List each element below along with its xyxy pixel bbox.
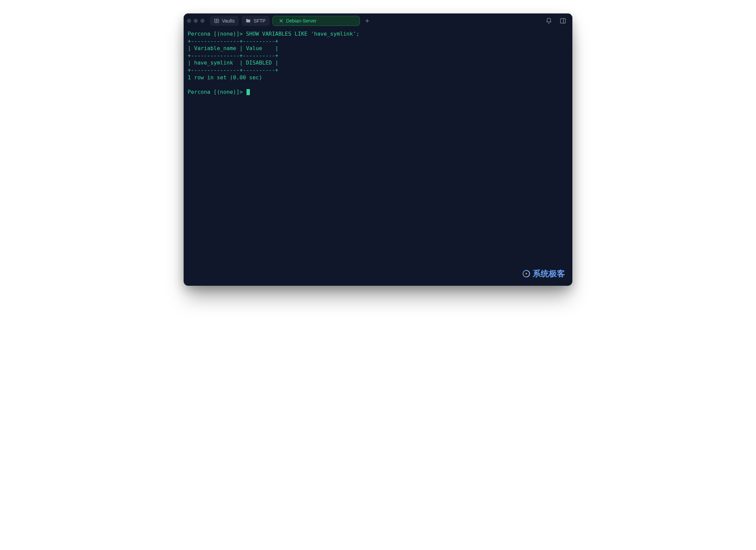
vault-icon bbox=[214, 18, 219, 24]
tab-sftp[interactable]: SFTP bbox=[241, 16, 270, 26]
maximize-dot[interactable] bbox=[200, 19, 204, 23]
terminal-line: +---------------+----------+ bbox=[188, 52, 568, 60]
prompt: Percona [(none)]> bbox=[188, 31, 243, 37]
terminal-line: | have_symlink | DISABLED | bbox=[188, 59, 568, 67]
svg-rect-7 bbox=[561, 18, 566, 23]
new-tab-button[interactable] bbox=[363, 16, 372, 26]
svg-point-1 bbox=[216, 20, 218, 22]
panel-icon[interactable] bbox=[559, 17, 567, 25]
minimize-dot[interactable] bbox=[194, 19, 198, 23]
bell-icon[interactable] bbox=[545, 17, 553, 25]
folder-icon bbox=[245, 18, 251, 24]
terminal-line: Percona [(none)]> bbox=[188, 88, 568, 96]
svg-rect-0 bbox=[215, 19, 219, 23]
close-icon[interactable] bbox=[279, 18, 284, 23]
command: SHOW VARIABLES LIKE 'have_symlink'; bbox=[246, 31, 359, 37]
tab-debian-server[interactable]: Debian-Server bbox=[272, 16, 360, 26]
titlebar-tools bbox=[545, 17, 569, 25]
terminal-line bbox=[188, 81, 568, 88]
terminal-line: +---------------+----------+ bbox=[188, 38, 568, 45]
tab-active-label: Debian-Server bbox=[286, 18, 316, 24]
terminal-line: 1 row in set (0.00 sec) bbox=[188, 74, 568, 81]
terminal-line: Percona [(none)]> SHOW VARIABLES LIKE 'h… bbox=[188, 30, 568, 38]
tab-vaults-label: Vaults bbox=[222, 18, 235, 24]
tab-vaults[interactable]: Vaults bbox=[210, 16, 239, 26]
terminal-line: +---------------+----------+ bbox=[188, 67, 568, 74]
prompt: Percona [(none)]> bbox=[188, 89, 243, 95]
terminal-body[interactable]: Percona [(none)]> SHOW VARIABLES LIKE 'h… bbox=[184, 28, 572, 286]
cursor bbox=[247, 89, 250, 95]
terminal-window: Vaults SFTP Debian-Server bbox=[184, 13, 572, 286]
close-dot[interactable] bbox=[187, 19, 191, 23]
window-controls[interactable] bbox=[187, 19, 204, 23]
titlebar: Vaults SFTP Debian-Server bbox=[184, 13, 572, 28]
terminal-line: | Variable_name | Value | bbox=[188, 45, 568, 52]
tab-sftp-label: SFTP bbox=[254, 18, 266, 24]
